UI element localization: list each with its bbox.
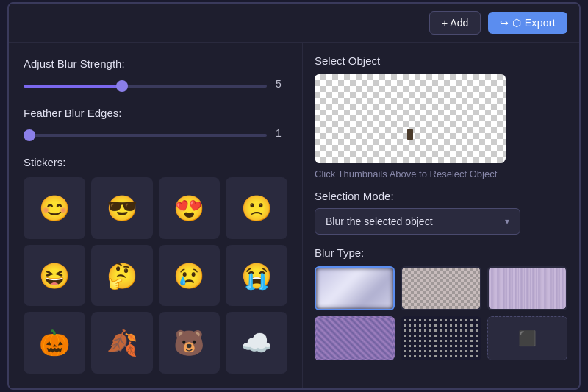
top-bar: + Add ↪ ⬡ Export	[9, 4, 579, 43]
app-container: + Add ↪ ⬡ Export Adjust Blur Strength: 5…	[7, 2, 581, 390]
selection-mode-value: Blur the selected object	[326, 215, 433, 227]
feather-slider-wrapper	[24, 126, 267, 140]
blur-type-grid-row1	[315, 266, 567, 310]
sticker-sad[interactable]: 😢	[159, 245, 220, 307]
blur-type-dots[interactable]	[401, 316, 481, 360]
blur-strength-value: 5	[276, 78, 287, 90]
upload-icon: ⬛	[518, 329, 537, 347]
blur-type-upload[interactable]: ⬛	[487, 316, 567, 360]
sticker-cool[interactable]: 😎	[91, 177, 153, 239]
export-label: ⬡ Export	[512, 17, 556, 29]
selection-mode-dropdown[interactable]: Blur the selected object ▾	[315, 208, 520, 235]
sticker-crying[interactable]: 😭	[226, 245, 287, 307]
object-thumbnail[interactable]	[315, 74, 506, 163]
blur-type-label: Blur Type:	[315, 246, 567, 259]
selection-mode-label: Selection Mode:	[315, 190, 567, 202]
sticker-smile[interactable]: 😊	[24, 177, 85, 239]
blur-type-grid-row2: ⬛	[315, 316, 567, 360]
feather-row: 1	[24, 126, 287, 140]
select-object-label: Select Object	[315, 54, 567, 67]
stickers-grid: 😊 😎 😍 🙁 😆 🤔 😢 😭 🎃 🍂 🐻 ☁️	[24, 177, 287, 374]
right-panel: Select Object Click Thumbnails Above to …	[303, 43, 579, 388]
chevron-down-icon: ▾	[505, 216, 509, 227]
main-content: Adjust Blur Strength: 5 Feather Blur Edg…	[9, 43, 579, 388]
sticker-pumpkin[interactable]: 🎃	[24, 312, 85, 374]
sticker-frown[interactable]: 🙁	[226, 177, 287, 239]
sticker-thinking[interactable]: 🤔	[91, 245, 153, 307]
blur-type-streak[interactable]	[487, 266, 567, 310]
feather-section: Feather Blur Edges: 1	[24, 107, 287, 140]
add-button[interactable]: + Add	[429, 11, 481, 35]
feather-slider[interactable]	[24, 134, 267, 137]
blur-type-gaussian[interactable]	[315, 266, 395, 310]
export-icon: ↪	[500, 17, 509, 29]
sticker-heart-eyes[interactable]: 😍	[159, 177, 220, 239]
blur-strength-slider-wrapper	[24, 77, 267, 90]
blur-strength-section: Adjust Blur Strength: 5	[24, 57, 287, 90]
sticker-leaf[interactable]: 🍂	[91, 312, 153, 374]
sticker-cloud[interactable]: ☁️	[226, 312, 287, 374]
left-panel: Adjust Blur Strength: 5 Feather Blur Edg…	[9, 43, 303, 388]
export-button[interactable]: ↪ ⬡ Export	[488, 12, 567, 34]
sticker-laugh[interactable]: 😆	[24, 245, 85, 307]
stickers-section: Stickers: 😊 😎 😍 🙁 😆 🤔 😢 😭 🎃 🍂 🐻 ☁️	[24, 156, 287, 374]
blur-strength-label: Adjust Blur Strength:	[24, 57, 287, 70]
blur-type-diagonal[interactable]	[315, 316, 395, 360]
blur-strength-row: 5	[24, 77, 287, 90]
click-hint: Click Thumbnails Above to Reselect Objec…	[315, 168, 567, 179]
sticker-bear[interactable]: 🐻	[159, 312, 220, 374]
feather-value: 1	[276, 127, 287, 139]
feather-label: Feather Blur Edges:	[24, 107, 287, 119]
stickers-label: Stickers:	[24, 156, 287, 168]
blur-strength-slider[interactable]	[24, 85, 267, 88]
blur-type-pixelate[interactable]	[401, 266, 481, 310]
